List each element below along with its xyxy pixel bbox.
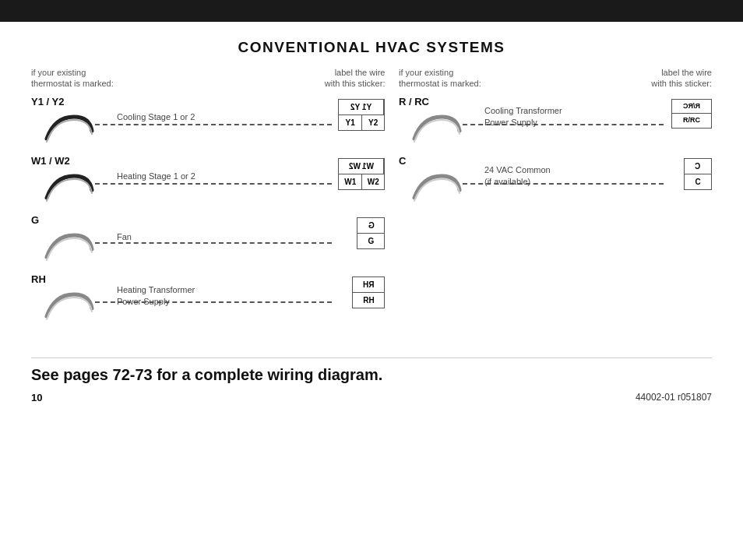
mirror-g: G <box>368 220 375 231</box>
sticker-cell-w2-mirror: W2 W1 <box>339 159 384 174</box>
sticker-bottom-y1y2: Y1 Y2 <box>339 115 384 130</box>
page-content: CONVENTIONAL HVAC SYSTEMS if your existi… <box>0 22 743 560</box>
wire-graphic-c <box>399 167 469 208</box>
see-pages-text: See pages 72-73 for a complete wiring di… <box>31 366 712 384</box>
wire-label-y1y2: Y1 / Y2 <box>31 96 78 107</box>
wire-row-c: C 24 VAC Common (if available) C C <box>399 153 712 210</box>
mirror-c: C <box>695 161 700 171</box>
sticker-bottom-w1w2: W1 W2 <box>339 174 384 189</box>
wire-graphic-g <box>31 227 101 267</box>
sticker-cell-c: C <box>685 174 711 189</box>
mirror-y1: Y1 <box>362 102 372 112</box>
wire-row-rh: RH Heating Transformer Power Supply RH R… <box>31 272 385 336</box>
left-col-headers: if your existing thermostat is marked: l… <box>31 67 385 90</box>
sticker-cell-w2: W2 <box>362 174 385 189</box>
right-section: if your existing thermostat is marked: l… <box>399 67 712 336</box>
sticker-cell-g-mirror: G <box>357 218 384 233</box>
left-section: if your existing thermostat is marked: l… <box>31 67 385 336</box>
wire-label-rh: RH <box>31 273 78 285</box>
wire-desc-y1y2: Cooling Stage 1 or 2 <box>117 111 195 123</box>
mirror-y2: Y2 <box>350 102 360 112</box>
wire-row-g: G Fan G G <box>31 213 385 269</box>
page-number: 10 <box>31 392 42 403</box>
mirror-rrc: R/RC <box>683 102 700 111</box>
sticker-cell-c-mirror: C <box>685 159 711 174</box>
sticker-cell-rrc-mirror: R/RC <box>672 100 711 114</box>
sticker-rh: RH RH <box>352 276 385 308</box>
sticker-top-g: G <box>357 218 384 234</box>
sticker-top-w1w2: W2 W1 <box>339 159 384 174</box>
sticker-cell-y1: Y1 <box>339 115 362 130</box>
wire-label-g: G <box>31 214 78 226</box>
page-title: CONVENTIONAL HVAC SYSTEMS <box>31 39 712 56</box>
top-bar <box>0 0 743 22</box>
sticker-rrc: R/RC R/RC <box>671 99 712 129</box>
sticker-c: C C <box>684 158 712 190</box>
mirror-w2: W2 <box>349 161 361 171</box>
main-content: if your existing thermostat is marked: l… <box>31 67 712 336</box>
wire-desc-g: Fan <box>117 231 132 243</box>
wire-label-rrc: R / RC <box>399 96 445 107</box>
left-header-existing: if your existing thermostat is marked: <box>31 67 132 90</box>
dashed-line-y1y2 <box>95 124 332 125</box>
sticker-cell-rh: RH <box>353 293 384 308</box>
doc-number: 44002-01 r051807 <box>636 392 712 403</box>
right-col-headers: if your existing thermostat is marked: l… <box>399 67 712 90</box>
wire-graphic-rrc <box>399 108 469 149</box>
sticker-w1w2: W2 W1 W1 W2 <box>338 158 385 190</box>
sticker-top-c: C <box>685 159 711 174</box>
sticker-bottom-c: C <box>685 174 711 189</box>
right-header-label: label the wire with this sticker: <box>634 67 712 90</box>
wire-row-rrc: R / RC Cooling Transformer Power Supply … <box>399 94 712 150</box>
wire-desc-w1w2: Heating Stage 1 or 2 <box>117 171 195 182</box>
sticker-top-y1y2: Y2 Y1 <box>339 100 384 115</box>
wire-row-w1w2: W1 / W2 Heating Stage 1 or 2 W2 W1 W1 <box>31 153 385 210</box>
wire-desc-rrc: Cooling Transformer Power Supply <box>484 105 562 129</box>
wire-label-c: C <box>399 155 445 167</box>
dashed-line-w1w2 <box>95 183 332 185</box>
right-header-existing: if your existing thermostat is marked: <box>399 67 500 90</box>
wire-label-w1w2: W1 / W2 <box>31 155 78 167</box>
sticker-top-rrc: R/RC <box>672 100 711 114</box>
wire-desc-rh: Heating Transformer Power Supply <box>117 284 195 308</box>
sticker-bottom-g: G <box>357 234 384 248</box>
wire-graphic-rh <box>31 286 101 326</box>
sticker-cell-rrc: R/RC <box>672 114 711 128</box>
sticker-cell-g: G <box>357 234 384 248</box>
sticker-cell-y2-mirror: Y2 Y1 <box>339 100 384 114</box>
sticker-y1y2: Y2 Y1 Y1 Y2 <box>338 99 385 131</box>
wire-graphic-w1w2 <box>31 167 101 208</box>
mirror-w1: W1 <box>362 161 374 171</box>
sticker-cell-w1: W1 <box>339 174 362 189</box>
sticker-cell-rh-mirror: RH <box>353 277 384 292</box>
sticker-bottom-rh: RH <box>353 293 384 308</box>
wire-desc-c: 24 VAC Common (if available) <box>484 164 551 188</box>
bottom-section: See pages 72-73 for a complete wiring di… <box>31 357 712 403</box>
sticker-g: G G <box>357 217 385 249</box>
sticker-cell-y2: Y2 <box>362 115 385 130</box>
sticker-bottom-rrc: R/RC <box>672 114 711 128</box>
sticker-top-rh: RH <box>353 277 384 293</box>
left-header-label: label the wire with this sticker: <box>307 67 385 90</box>
wire-row-y1y2: Y1 / Y2 Cooling Stage 1 or 2 Y2 Y1 <box>31 94 385 150</box>
wire-graphic-y1y2 <box>31 108 101 149</box>
mirror-rh: RH <box>363 280 374 290</box>
footer-row: 10 44002-01 r051807 <box>31 392 712 403</box>
